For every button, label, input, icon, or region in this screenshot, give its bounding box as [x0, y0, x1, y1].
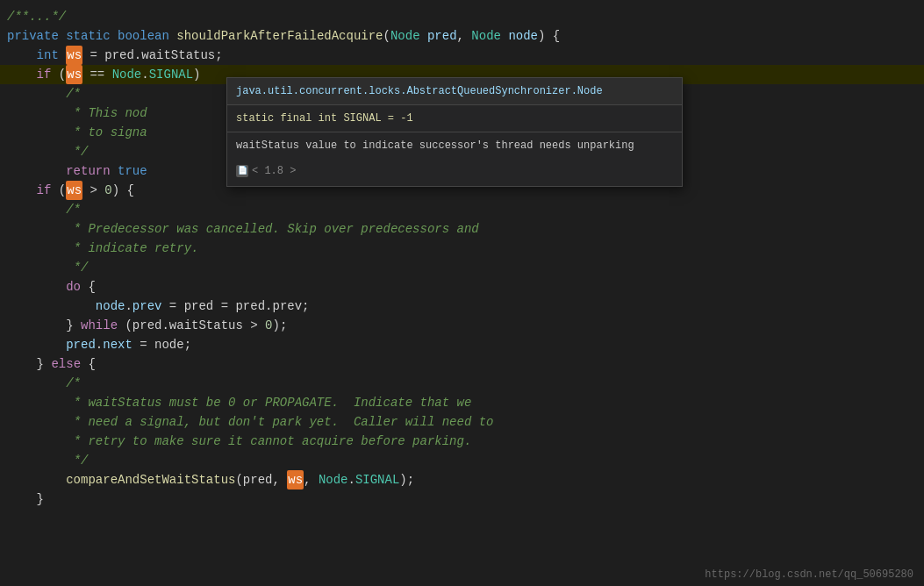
watermark: https://blog.csdn.net/qq_50695280 [705, 568, 913, 581]
code-line-16: node . prev = pred = pred.prev; [0, 297, 924, 316]
space: ( [51, 65, 66, 84]
comment-signal: * need a signal, but don't park yet. Cal… [74, 412, 494, 432]
brace: } [37, 354, 52, 374]
indent [7, 142, 74, 161]
comment-open: /* [66, 84, 81, 104]
brace-close: } [37, 490, 44, 509]
indent [7, 354, 37, 374]
comment-close: */ [74, 142, 89, 161]
code-line-26: } [0, 490, 924, 509]
comment-wait-status: * waitStatus must be 0 or PROPAGATE. Ind… [74, 393, 472, 412]
method-name: shouldParkAfterFailedAcquire [176, 26, 383, 46]
paren: (pred, [235, 470, 287, 490]
ws-highlight-1: ws [66, 46, 82, 65]
code-line-19: } else { [0, 354, 924, 374]
keyword-true: true [118, 161, 147, 181]
brace: { [81, 354, 96, 374]
indent [7, 84, 66, 104]
space [111, 26, 118, 46]
keyword-static: static [66, 26, 110, 46]
comment-close-3: */ [74, 451, 89, 470]
version-icon: 📄 [236, 165, 248, 177]
comma: , [304, 470, 319, 490]
op: = pred = pred.prev; [161, 297, 309, 316]
comment-retry-2: * retry to make sure it cannot acquire b… [74, 432, 472, 451]
code-line-25: compareAndSetWaitStatus (pred, ws , Node… [0, 470, 924, 490]
indent [7, 277, 66, 297]
code-line-23: * retry to make sure it cannot acquire b… [0, 432, 924, 451]
field-next: next [103, 335, 133, 354]
op: = pred.waitStatus; [82, 46, 223, 65]
field-node-prev: node [96, 297, 125, 316]
method-compare: compareAndSetWaitStatus [66, 470, 235, 490]
op: (pred.waitStatus > [118, 316, 265, 335]
keyword-do: do [66, 277, 81, 297]
indent [7, 65, 37, 84]
brace: } [66, 316, 81, 335]
paren-close: ) [193, 65, 200, 84]
code-line-2: private static boolean shouldParkAfterFa… [0, 26, 924, 46]
indent [7, 181, 37, 200]
keyword-while: while [81, 316, 118, 335]
indent [7, 393, 74, 412]
code-line-20: /* [0, 374, 924, 393]
code-line-24: */ [0, 451, 924, 470]
op: ); [272, 316, 287, 335]
code-line-21: * waitStatus must be 0 or PROPAGATE. Ind… [0, 393, 924, 412]
indent [7, 46, 37, 65]
indent [7, 412, 74, 432]
keyword-if: if [37, 65, 52, 84]
comment-close-2: */ [74, 258, 89, 277]
ws-highlight-4: ws [287, 470, 304, 490]
dot: . [96, 335, 103, 354]
keyword-return: return [66, 161, 110, 181]
code-line-18: pred . next = node; [0, 335, 924, 354]
dot: . [141, 65, 148, 84]
signal-const-2: SIGNAL [355, 470, 399, 490]
indent [7, 432, 74, 451]
comment-predecessor: * Predecessor was cancelled. Skip over p… [74, 219, 479, 239]
tooltip-header: java.util.concurrent.locks.AbstractQueue… [227, 78, 682, 105]
code-line-1: /**...*/ [0, 7, 924, 26]
op: > [82, 181, 104, 200]
tooltip-doc-text: waitStatus value to indicate successor's… [227, 132, 682, 160]
param-pred: pred [427, 26, 457, 46]
brace: { [81, 277, 96, 297]
space [59, 46, 66, 65]
keyword-else: else [51, 354, 81, 374]
node-class-2: Node [319, 470, 348, 490]
node-class: Node [112, 65, 142, 84]
tooltip-popup: java.util.concurrent.locks.AbstractQueue… [226, 77, 683, 187]
keyword-int: int [37, 46, 59, 65]
comment-open-3: /* [66, 374, 81, 393]
paren: ( [383, 26, 390, 46]
code-line-11: /* [0, 200, 924, 219]
dot: . [125, 297, 132, 316]
tooltip-class-path: java.util.concurrent.locks.AbstractQueue… [236, 82, 603, 101]
indent [7, 219, 74, 239]
indent [7, 104, 74, 123]
space [420, 26, 427, 46]
indent [7, 451, 74, 470]
code-editor: /**...*/ private static boolean shouldPa… [0, 0, 924, 516]
keyword-boolean: boolean [118, 26, 169, 46]
paren-close: ); [399, 470, 414, 490]
comment-retry: * indicate retry. [74, 239, 199, 258]
space [59, 26, 66, 46]
op: == [82, 65, 112, 84]
signal-const: SIGNAL [149, 65, 193, 84]
op: = node; [133, 335, 191, 354]
indent [7, 490, 37, 509]
code-line-22: * need a signal, but don't park yet. Cal… [0, 412, 924, 432]
space [111, 161, 118, 181]
indent [7, 297, 96, 316]
comment-this-nod: * This nod [74, 104, 147, 123]
space [501, 26, 508, 46]
indent [7, 200, 66, 219]
indent [7, 258, 74, 277]
code-line-13: * indicate retry. [0, 239, 924, 258]
space [169, 26, 176, 46]
dot: . [348, 470, 355, 490]
tooltip-field-decl: static final int SIGNAL = -1 [227, 105, 682, 132]
code-line-12: * Predecessor was cancelled. Skip over p… [0, 219, 924, 239]
